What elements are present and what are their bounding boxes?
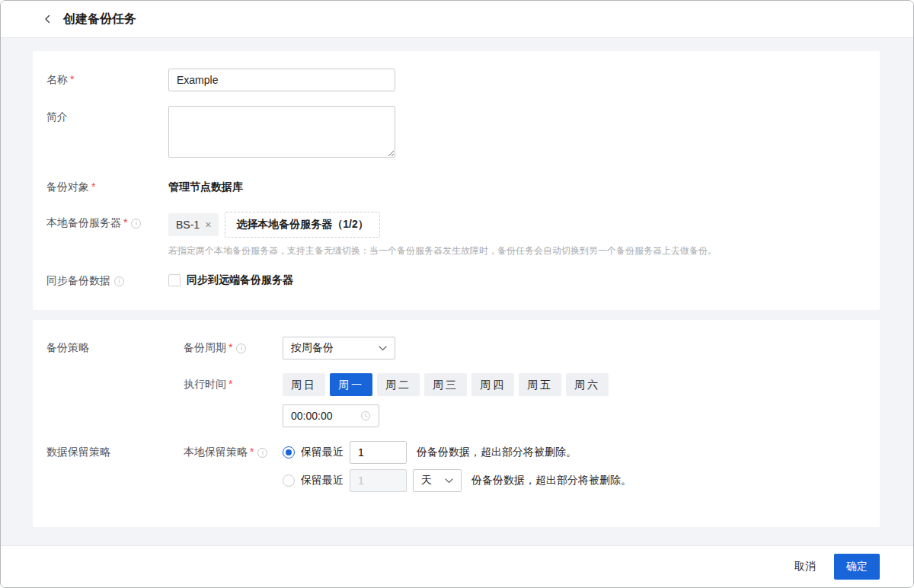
backup-strategy-group-label: 备份策略 (46, 337, 184, 427)
day-button-monday[interactable]: 周一 (330, 373, 372, 396)
required-mark: * (123, 216, 127, 228)
cancel-button[interactable]: 取消 (785, 554, 825, 579)
sync-backup-label: 同步备份数据i (46, 270, 168, 288)
name-label: 名称* (46, 69, 168, 91)
backup-cycle-value: 按周备份 (291, 341, 334, 355)
info-icon[interactable]: i (114, 276, 124, 286)
basic-info-card: 名称* 简介 备份对象* 管理节点数据库 本地备份服务器*i (33, 51, 880, 310)
backup-object-label: 备份对象* (46, 176, 168, 194)
backup-object-value: 管理节点数据库 (168, 176, 243, 194)
required-mark: * (70, 73, 74, 85)
local-backup-server-label: 本地备份服务器*i (46, 212, 168, 257)
sync-remote-checkbox-label: 同步到远端备份服务器 (187, 273, 293, 287)
backup-cycle-label: 备份周期*i (184, 337, 283, 360)
info-icon[interactable]: i (236, 344, 246, 353)
backup-cycle-row: 备份周期*i 按周备份 (184, 337, 864, 360)
exec-time-row: 执行时间* 周日 周一 周二 周三 周四 周五 周六 (184, 373, 864, 427)
retention-count-radio[interactable] (283, 446, 295, 459)
description-textarea[interactable] (168, 106, 395, 158)
server-hint-text: 若指定两个本地备份服务器，支持主备无缝切换：当一个备份服务器发生故障时，备份任务… (168, 244, 717, 257)
backup-strategy-group: 备份策略 备份周期*i 按周备份 执行时间* (46, 337, 864, 427)
form-content: 名称* 简介 备份对象* 管理节点数据库 本地备份服务器*i (1, 38, 913, 545)
name-input[interactable] (168, 69, 395, 91)
retention-unit-select[interactable]: 天 (413, 469, 462, 492)
retention-group-label: 数据保留策略 (46, 441, 184, 492)
retention-count-suffix: 份备份数据，超出部分将被删除。 (417, 446, 577, 459)
remove-tag-icon[interactable]: × (205, 219, 211, 230)
day-button-thursday[interactable]: 周四 (471, 373, 514, 396)
day-button-sunday[interactable]: 周日 (283, 373, 325, 396)
retention-count-input[interactable] (350, 441, 407, 464)
name-row: 名称* (46, 69, 864, 91)
chevron-down-icon (445, 478, 453, 484)
day-button-saturday[interactable]: 周六 (566, 373, 609, 396)
required-mark: * (228, 341, 232, 353)
local-backup-server-controls: BS-1 × 选择本地备份服务器（1/2） 若指定两个本地备份服务器，支持主备无… (168, 212, 717, 257)
required-mark: * (228, 378, 232, 390)
backup-object-row: 备份对象* 管理节点数据库 (46, 176, 864, 194)
chevron-left-icon (43, 14, 53, 24)
description-row: 简介 (46, 106, 864, 158)
backup-cycle-select[interactable]: 按周备份 (283, 337, 395, 360)
back-button[interactable] (43, 14, 53, 24)
retention-duration-prefix: 保留最近 (301, 474, 344, 487)
select-server-button[interactable]: 选择本地备份服务器（1/2） (225, 212, 379, 238)
server-tag: BS-1 × (168, 213, 219, 236)
day-button-tuesday[interactable]: 周二 (377, 373, 420, 396)
description-label: 简介 (46, 106, 168, 158)
sync-backup-row: 同步备份数据i 同步到远端备份服务器 (46, 270, 864, 288)
weekday-selector: 周日 周一 周二 周三 周四 周五 周六 (283, 373, 613, 396)
page-header: 创建备份任务 (1, 1, 913, 38)
required-mark: * (250, 446, 254, 458)
chevron-down-icon (379, 346, 387, 351)
day-button-wednesday[interactable]: 周三 (424, 373, 467, 396)
retention-duration-input[interactable] (350, 469, 407, 492)
clock-icon (360, 411, 371, 421)
retention-option-count: 保留最近 份备份数据，超出部分将被删除。 (283, 441, 631, 464)
strategy-card: 备份策略 备份周期*i 按周备份 执行时间* (33, 320, 880, 527)
sync-remote-checkbox[interactable] (168, 274, 181, 286)
day-button-friday[interactable]: 周五 (519, 373, 561, 396)
footer-bar: 取消 确定 (1, 545, 913, 587)
retention-duration-suffix: 份备份数据，超出部分将被删除。 (471, 474, 631, 487)
retention-option-duration: 保留最近 天 份备份数据，超出部分将被删除。 (283, 469, 631, 492)
retention-count-prefix: 保留最近 (301, 446, 344, 459)
server-tag-label: BS-1 (176, 219, 200, 231)
confirm-button[interactable]: 确定 (834, 554, 880, 580)
local-retention-label: 本地保留策略*i (184, 441, 283, 492)
time-picker-input[interactable]: 00:00:00 (283, 404, 379, 427)
create-backup-task-page: 创建备份任务 名称* 简介 备份对象* 管理节点数据库 (0, 0, 914, 588)
page-title: 创建备份任务 (63, 11, 136, 27)
info-icon[interactable]: i (131, 219, 141, 228)
time-value: 00:00:00 (291, 410, 333, 422)
required-mark: * (91, 181, 95, 193)
retention-group: 数据保留策略 本地保留策略*i 保留最近 份备份数据，超出部分将被删除。 (46, 441, 864, 492)
retention-unit-value: 天 (421, 474, 432, 487)
retention-duration-radio[interactable] (283, 475, 295, 487)
info-icon[interactable]: i (257, 448, 267, 458)
local-backup-server-row: 本地备份服务器*i BS-1 × 选择本地备份服务器（1/2） 若指定两个本地备… (46, 212, 864, 257)
exec-time-label: 执行时间* (184, 373, 283, 427)
local-retention-row: 本地保留策略*i 保留最近 份备份数据，超出部分将被删除。 (184, 441, 864, 492)
